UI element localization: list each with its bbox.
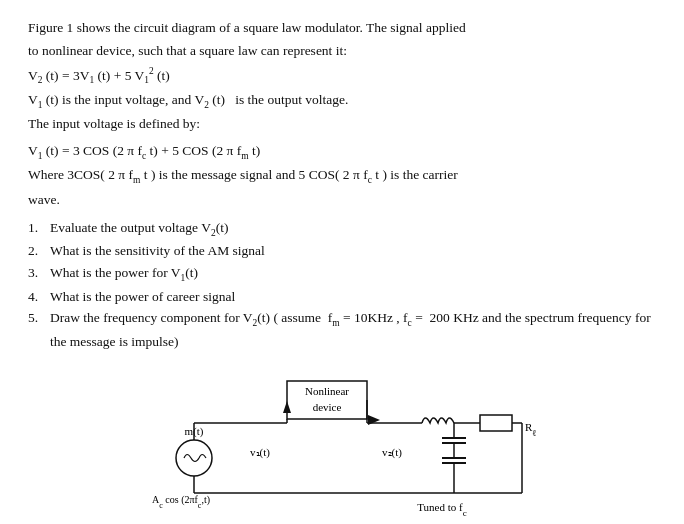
numbered-list: 1. Evaluate the output voltage V2(t) 2. … [28, 217, 656, 353]
list-text-4: What is the power of career signal [50, 286, 656, 308]
intro-line2: to nonlinear device, such that a square … [28, 41, 656, 62]
svg-rect-21 [480, 415, 512, 431]
list-item-1: 1. Evaluate the output voltage V2(t) [28, 217, 656, 241]
r-label: Rℓ [525, 421, 537, 438]
diagram-area: Nonlinear device m(t) v₁(t) [28, 363, 656, 524]
svg-point-1 [176, 440, 212, 476]
list-text-2: What is the sensitivity of the AM signal [50, 240, 656, 262]
page: Figure 1 shows the circuit diagram of a … [0, 0, 684, 524]
list-num-1: 1. [28, 217, 50, 241]
intro-line3: V2 (t) = 3V1 (t) + 5 V12 (t) [28, 64, 656, 88]
formula-line3: wave. [28, 190, 656, 211]
v2-label: v₂(t) [382, 446, 402, 459]
list-num-5: 5. [28, 307, 50, 352]
list-text-3: What is the power for V1(t) [50, 262, 656, 286]
nonlinear-label: Nonlinear [305, 385, 349, 397]
intro-line1: Figure 1 shows the circuit diagram of a … [28, 18, 656, 39]
tuned-label: Tuned to fc [417, 501, 466, 518]
list-text-5: Draw the frequency component for V2(t) (… [50, 307, 656, 352]
list-num-2: 2. [28, 240, 50, 262]
list-text-1: Evaluate the output voltage V2(t) [50, 217, 656, 241]
list-item-3: 3. What is the power for V1(t) [28, 262, 656, 286]
v1-label: v₁(t) [250, 446, 270, 459]
list-item-5: 5. Draw the frequency component for V2(t… [28, 307, 656, 352]
list-num-4: 4. [28, 286, 50, 308]
source-label: Ac cos (2πfc,t) [152, 494, 210, 510]
intro-block: Figure 1 shows the circuit diagram of a … [28, 18, 656, 135]
formula-line2: Where 3COS( 2 π fm t ) is the message si… [28, 165, 656, 187]
list-num-3: 3. [28, 262, 50, 286]
list-item-2: 2. What is the sensitivity of the AM sig… [28, 240, 656, 262]
formula-line1: V1 (t) = 3 COS (2 π fc t) + 5 COS (2 π f… [28, 141, 656, 163]
circuit-diagram: Nonlinear device m(t) v₁(t) [132, 363, 552, 524]
intro-line5: The input voltage is defined by: [28, 114, 656, 135]
formula-block: V1 (t) = 3 COS (2 π fc t) + 5 COS (2 π f… [28, 141, 656, 211]
intro-line4: V1 (t) is the input voltage, and V2 (t) … [28, 90, 656, 112]
list-item-4: 4. What is the power of career signal [28, 286, 656, 308]
device-label: device [313, 401, 342, 413]
